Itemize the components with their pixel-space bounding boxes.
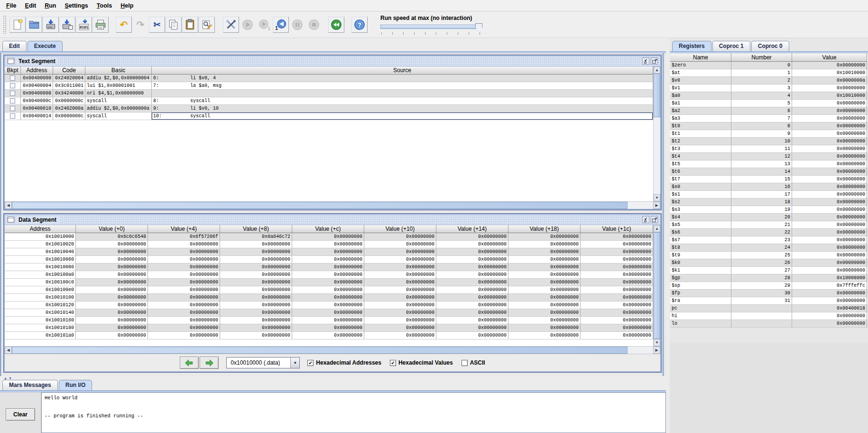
column-header-source[interactable]: Source	[152, 66, 653, 75]
value-cell[interactable]: 0x00000000	[148, 248, 220, 255]
register-value-cell[interactable]: 0x00000000	[792, 138, 867, 145]
register-value-cell[interactable]: 0x00000000	[792, 290, 867, 297]
value-cell[interactable]: 0x00000000	[148, 294, 220, 301]
breakpoint-checkbox[interactable]	[10, 98, 15, 104]
value-cell[interactable]: 0x00000000	[220, 324, 292, 331]
value-cell[interactable]: 0x00000000	[292, 233, 364, 240]
tab-coproc-0[interactable]: Coproc 0	[751, 41, 789, 51]
run-speed-slider[interactable]	[380, 23, 482, 31]
value-cell[interactable]: 0x00000000	[76, 324, 148, 331]
tab-coproc-1[interactable]: Coproc 1	[712, 41, 750, 51]
value-cell[interactable]: 0x00000000	[220, 279, 292, 286]
value-cell[interactable]: 0x00000000	[292, 301, 364, 309]
register-value-cell[interactable]: 0x00000000	[792, 252, 867, 259]
backstep-button[interactable]: 1	[273, 17, 289, 33]
register-value-cell[interactable]: 0x0000000a	[792, 77, 867, 84]
value-cell[interactable]: 0x00000000	[581, 264, 653, 271]
value-cell[interactable]: 0x00000000	[148, 324, 220, 331]
column-header-basic[interactable]: Basic	[85, 66, 152, 75]
value-cell[interactable]: 0x00000000	[436, 332, 508, 339]
value-cell[interactable]: 0x00000000	[292, 264, 364, 271]
breakpoint-checkbox[interactable]	[10, 83, 15, 88]
value-cell[interactable]: 0x00000000	[148, 279, 220, 286]
undo-button[interactable]: ↶	[116, 17, 132, 33]
register-value-cell[interactable]: 0x00000000	[792, 183, 867, 190]
register-value-cell[interactable]: 0x00000000	[792, 168, 867, 175]
value-cell[interactable]: 0x00000000	[292, 317, 364, 324]
memory-range-combobox[interactable]: 0x10010000 (.data) ▼	[226, 357, 300, 368]
register-value-cell[interactable]: 0x00000000	[792, 153, 867, 160]
reset-button[interactable]	[328, 17, 344, 33]
value-cell[interactable]: 0x00000000	[220, 271, 292, 278]
scrollbar-thumb[interactable]	[654, 74, 660, 117]
value-cell[interactable]: 0x00000000	[508, 241, 581, 248]
value-cell[interactable]: 0x00000000	[76, 256, 148, 263]
register-value-cell[interactable]: 0x00000000	[792, 85, 867, 92]
value-cell[interactable]: 0x00000000	[364, 286, 436, 293]
value-cell[interactable]: 0x00000000	[581, 241, 653, 248]
hexadecimal-values-checkbox[interactable]: ✔Hexadecimal Values	[390, 359, 453, 366]
run-io-output[interactable]: Hello World -- program is finished runni…	[41, 392, 666, 433]
restore-window-button[interactable]	[642, 57, 649, 65]
checkbox-box[interactable]: ✔	[390, 360, 396, 366]
run-speed-slider-track[interactable]	[380, 25, 477, 29]
restore-window-button[interactable]	[642, 216, 649, 223]
print-button[interactable]	[92, 17, 109, 33]
value-cell[interactable]: 0x00000000	[220, 241, 292, 248]
checkbox-box[interactable]	[462, 360, 468, 366]
value-cell[interactable]: 0x00000000	[364, 309, 436, 316]
value-cell[interactable]: 0x00000000	[436, 309, 508, 316]
breakpoint-checkbox[interactable]	[10, 106, 15, 111]
data-horizontal-scrollbar[interactable]: ◀ ▶	[5, 346, 660, 354]
value-cell[interactable]: 0x00000000	[364, 271, 436, 278]
tab-run-i-o[interactable]: Run I/O	[59, 380, 92, 390]
value-cell[interactable]: 0x00000000	[76, 309, 148, 316]
value-cell[interactable]: 0x00000000	[220, 309, 292, 316]
value-cell[interactable]: 0x00000000	[76, 301, 148, 309]
value-cell[interactable]: 0x00000000	[76, 317, 148, 324]
column-header-value[interactable]: Value	[792, 53, 867, 62]
breakpoint-checkbox[interactable]	[10, 75, 15, 81]
column-header-address[interactable]: Address	[5, 225, 76, 233]
scrollbar-thumb[interactable]	[654, 232, 660, 339]
value-cell[interactable]: 0x00000000	[436, 271, 508, 278]
column-header-value-14[interactable]: Value (+14)	[436, 225, 508, 233]
value-cell[interactable]: 0x00000000	[76, 294, 148, 301]
value-cell[interactable]: 0x00000000	[292, 332, 364, 339]
value-cell[interactable]: 0x00000000	[436, 317, 508, 324]
value-cell[interactable]: 0x00000000	[220, 286, 292, 293]
new-file-button[interactable]	[9, 17, 26, 33]
save-as-button[interactable]	[59, 17, 75, 33]
value-cell[interactable]: 0x00000000	[581, 294, 653, 301]
register-value-cell[interactable]: 0x00000000	[792, 206, 867, 213]
value-cell[interactable]: 0x00000000	[508, 233, 581, 240]
value-cell[interactable]: 0x00000000	[148, 264, 220, 271]
value-cell[interactable]: 0x00000000	[581, 286, 653, 293]
checkbox-box[interactable]: ✔	[307, 360, 314, 366]
tab-execute[interactable]: Execute	[28, 41, 63, 51]
value-cell[interactable]: 0x00000000	[220, 294, 292, 301]
value-cell[interactable]: 0x00000000	[292, 279, 364, 286]
breakpoint-checkbox[interactable]	[10, 91, 15, 96]
column-header-value-18[interactable]: Value (+18)	[508, 225, 581, 233]
maximize-window-button[interactable]	[651, 216, 658, 223]
column-header-value-10[interactable]: Value (+10)	[364, 225, 436, 233]
value-cell[interactable]: 0x00000000	[364, 279, 436, 286]
value-cell[interactable]: 0x00000000	[508, 324, 581, 331]
value-cell[interactable]: 0x00000000	[220, 332, 292, 339]
value-cell[interactable]: 0x00000000	[292, 241, 364, 248]
hexadecimal-addresses-checkbox[interactable]: ✔Hexadecimal Addresses	[307, 359, 381, 366]
menu-tools[interactable]: Tools	[92, 0, 116, 11]
menu-file[interactable]: File	[2, 0, 21, 11]
value-cell[interactable]: 0x00000000	[508, 301, 581, 309]
scrollbar-thumb[interactable]	[12, 202, 628, 209]
value-cell[interactable]: 0x00000000	[364, 241, 436, 248]
scroll-down-icon[interactable]: ▼	[654, 339, 660, 346]
value-cell[interactable]: 0x00000000	[364, 294, 436, 301]
value-cell[interactable]: 0x00000000	[581, 271, 653, 278]
value-cell[interactable]: 0x00000000	[508, 317, 581, 324]
register-value-cell[interactable]: 0x00000000	[792, 320, 867, 327]
menu-help[interactable]: Help	[116, 0, 138, 11]
value-cell[interactable]: 0x0a646c72	[220, 233, 292, 240]
register-value-cell[interactable]: 0x00000000	[792, 107, 867, 114]
